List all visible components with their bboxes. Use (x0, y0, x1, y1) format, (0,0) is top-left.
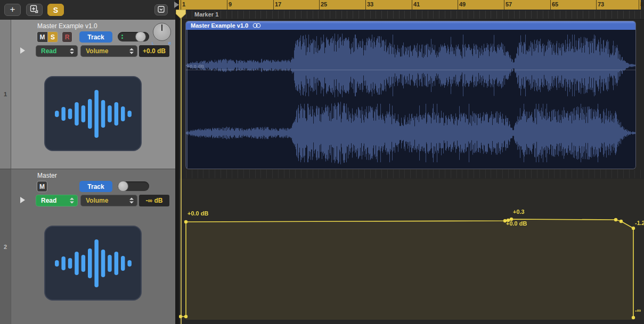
track-title[interactable]: Master Example v1.0 (37, 22, 97, 30)
automation-value-field[interactable]: +0.0 dB (139, 45, 169, 57)
solo-mode-button[interactable]: S (47, 4, 64, 16)
automation-value-label: +0.0 dB (188, 210, 208, 217)
automation-point[interactable] (619, 220, 623, 223)
mute-button[interactable]: M (37, 181, 47, 192)
automation-parameter-dropdown[interactable]: Volume (80, 195, 137, 206)
record-enable-button[interactable]: R (62, 31, 72, 43)
logic-pro-arrange-window: + S (0, 0, 644, 324)
volume-toggle[interactable] (118, 181, 149, 191)
automation-point[interactable] (184, 220, 188, 223)
track-header-1[interactable]: 1 Master Example v1.0 M S R Track L R Re… (0, 20, 175, 169)
add-track-icon (30, 5, 39, 15)
track-header-panel: + S (0, 0, 175, 324)
automation-point[interactable] (632, 227, 635, 230)
pan-left-label: L (152, 41, 154, 45)
track-header-2[interactable]: 2 Master M Track Read Volume -∞ dB (0, 169, 175, 324)
solo-button[interactable]: S (47, 31, 58, 43)
checkbox-chevron-icon (158, 5, 165, 15)
chevron-updown-icon (129, 48, 134, 55)
automation-point[interactable] (614, 218, 617, 221)
add-track-button[interactable]: + (4, 4, 21, 16)
automation-value-label: -∞ (635, 307, 641, 313)
track-number: 1 (0, 20, 11, 169)
volume-slider-thumb[interactable] (135, 31, 146, 42)
volume-toggle-thumb[interactable] (118, 181, 128, 192)
disclosure-triangle-icon[interactable] (20, 47, 25, 54)
automation-mode-value: Read (41, 197, 56, 204)
disclosure-triangle-icon[interactable] (20, 197, 25, 203)
ruler-edge-arrow-icon (174, 2, 179, 8)
waveform-icon (51, 85, 136, 143)
track-icon[interactable] (44, 226, 142, 301)
track-header-options-button[interactable] (154, 4, 168, 15)
playhead-line[interactable] (181, 10, 182, 324)
volume-slider[interactable] (118, 32, 149, 41)
automation-mode-value: Read (41, 47, 56, 55)
mute-button[interactable]: M (37, 31, 47, 43)
automation-mode-dropdown[interactable]: Read (36, 195, 78, 206)
automation-value-label: -1.2 (635, 220, 644, 226)
chevron-updown-icon (129, 197, 134, 204)
duplicate-track-button[interactable] (26, 4, 43, 16)
level-indicator-dot (121, 35, 123, 36)
automation-point[interactable] (632, 316, 635, 319)
chevron-updown-icon (70, 48, 74, 55)
automation-parameter-value: Volume (86, 197, 108, 204)
track-area-toolbar: + S (0, 0, 175, 20)
automation-point[interactable] (184, 315, 188, 318)
track-on-button[interactable]: Track (79, 31, 112, 43)
pan-right-label: R (168, 41, 171, 45)
track-icon[interactable] (44, 76, 142, 151)
chevron-updown-icon (70, 197, 74, 204)
level-indicator-dot (121, 37, 123, 39)
volume-automation-curve[interactable] (179, 0, 644, 324)
playhead-marker[interactable] (176, 10, 186, 19)
track-on-button[interactable]: Track (79, 181, 112, 192)
automation-parameter-dropdown[interactable]: Volume (80, 45, 137, 57)
track-title[interactable]: Master (37, 172, 57, 179)
automation-value-field[interactable]: -∞ dB (139, 195, 169, 206)
automation-value-label: +0.0 dB (506, 220, 527, 227)
automation-value-label: +0.3 (513, 209, 525, 215)
pan-knob[interactable] (153, 23, 171, 41)
arrange-area: 19172533414957657381 Marker 1 Master Exa… (179, 0, 644, 324)
waveform-icon (51, 234, 136, 293)
automation-mode-dropdown[interactable]: Read (36, 45, 78, 57)
panel-divider (175, 0, 179, 324)
track-number: 2 (0, 169, 11, 324)
automation-parameter-value: Volume (86, 47, 108, 55)
